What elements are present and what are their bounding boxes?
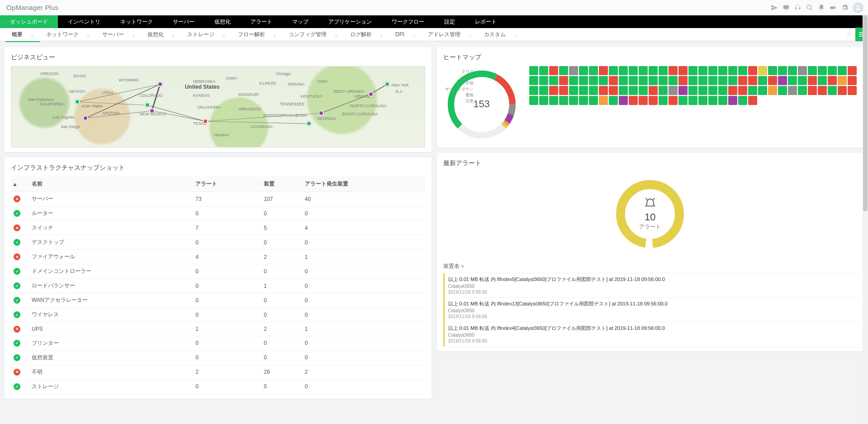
heatmap-cell[interactable]: [788, 76, 797, 85]
gear-icon[interactable]: [839, 0, 851, 15]
table-row[interactable]: ✕スイッチ754: [11, 221, 425, 235]
map-node[interactable]: [149, 108, 155, 114]
table-row[interactable]: ✓プリンター000: [11, 336, 425, 350]
monitor-icon[interactable]: [780, 0, 792, 15]
avatar[interactable]: [853, 2, 863, 13]
vertical-scrollbar[interactable]: [863, 15, 868, 404]
table-row[interactable]: ✓ドメインコントローラー000: [11, 264, 425, 279]
table-row[interactable]: ✓ストレージ000: [11, 379, 425, 394]
col-devices[interactable]: 装置: [261, 176, 302, 192]
heatmap-cell[interactable]: [728, 96, 737, 105]
subnav-item[interactable]: 仮想化⌵: [141, 28, 181, 41]
heatmap-cell[interactable]: [619, 76, 628, 85]
mainnav-item[interactable]: インベントリ: [58, 15, 110, 28]
heatmap-cell[interactable]: [818, 76, 827, 85]
heatmap-cell[interactable]: [599, 86, 608, 95]
support-icon[interactable]: [792, 0, 804, 15]
mainnav-item[interactable]: レポート: [465, 15, 507, 28]
heatmap-cell[interactable]: [659, 96, 668, 105]
heatmap-cell[interactable]: [768, 66, 777, 75]
heatmap-cell[interactable]: [788, 86, 797, 95]
whatsnew-icon[interactable]: [768, 0, 780, 15]
heatmap-cell[interactable]: [569, 76, 578, 85]
heatmap-cell[interactable]: [718, 66, 727, 75]
subnav-item[interactable]: ストレージ⌵: [181, 28, 232, 41]
heatmap-cell[interactable]: [748, 86, 757, 95]
heatmap-cell[interactable]: [738, 96, 747, 105]
heatmap-cell[interactable]: [728, 86, 737, 95]
heatmap-cell[interactable]: [798, 76, 807, 85]
heatmap-cell[interactable]: [599, 66, 608, 75]
table-row[interactable]: ✓仮想装置000: [11, 350, 425, 365]
heatmap-cell[interactable]: [579, 66, 588, 75]
heatmap-cell[interactable]: [748, 76, 757, 85]
heatmap-cell[interactable]: [539, 66, 548, 75]
heatmap-cell[interactable]: [589, 76, 598, 85]
heatmap-cell[interactable]: [659, 86, 668, 95]
mainnav-item[interactable]: 仮想化: [204, 15, 241, 28]
heatmap-cell[interactable]: [678, 76, 688, 85]
table-row[interactable]: ✓ロードバランサー010: [11, 279, 425, 293]
heatmap-cell[interactable]: [629, 66, 638, 75]
heatmap-cell[interactable]: [768, 76, 777, 85]
heatmap-cell[interactable]: [609, 86, 618, 95]
heatmap-cell[interactable]: [798, 86, 807, 95]
heatmap-cell[interactable]: [738, 66, 747, 75]
heatmap-cell[interactable]: [619, 86, 628, 95]
heatmap-cell[interactable]: [579, 86, 588, 95]
heatmap-cell[interactable]: [688, 86, 697, 95]
heatmap-cell[interactable]: [639, 96, 648, 105]
heatmap-cell[interactable]: [708, 96, 717, 105]
heatmap-cell[interactable]: [549, 86, 558, 95]
heatmap-cell[interactable]: [708, 76, 717, 85]
heatmap-cell[interactable]: [669, 86, 678, 95]
heatmap-gauge[interactable]: クリア重大不明サービスダウン重病注意 153: [443, 66, 520, 143]
heatmap-cell[interactable]: [569, 66, 578, 75]
heatmap-cell[interactable]: [549, 66, 558, 75]
heatmap-cell[interactable]: [669, 96, 678, 105]
heatmap-cell[interactable]: [549, 76, 558, 85]
heatmap-cell[interactable]: [609, 66, 618, 75]
heatmap-cell[interactable]: [589, 66, 598, 75]
heatmap-cell[interactable]: [738, 76, 747, 85]
heatmap-cell[interactable]: [738, 86, 747, 95]
heatmap-cell[interactable]: [848, 66, 857, 75]
heatmap-cell[interactable]: [758, 66, 767, 75]
heatmap-cell[interactable]: [678, 66, 688, 75]
heatmap-cell[interactable]: [748, 96, 757, 105]
mainnav-item[interactable]: 設定: [434, 15, 465, 28]
alert-list-header[interactable]: 装置名▾: [443, 260, 858, 273]
heatmap-cell[interactable]: [838, 76, 847, 85]
mainnav-item[interactable]: アラート: [241, 15, 282, 28]
heatmap-cell[interactable]: [649, 66, 658, 75]
heatmap-cell[interactable]: [559, 86, 568, 95]
heatmap-cell[interactable]: [639, 86, 648, 95]
heatmap-cell[interactable]: [718, 96, 727, 105]
heatmap-cell[interactable]: [609, 96, 618, 105]
table-row[interactable]: ✓デスクトップ000: [11, 235, 425, 250]
heatmap-cell[interactable]: [818, 66, 827, 75]
heatmap-cell[interactable]: [529, 96, 538, 105]
heatmap-cell[interactable]: [748, 66, 757, 75]
col-status[interactable]: ▴: [11, 176, 29, 192]
heatmap-cell[interactable]: [559, 66, 568, 75]
heatmap-cell[interactable]: [788, 66, 797, 75]
heatmap-cell[interactable]: [669, 76, 678, 85]
heatmap-cell[interactable]: [808, 66, 817, 75]
heatmap-cell[interactable]: [828, 66, 837, 75]
heatmap-cell[interactable]: [649, 76, 658, 85]
heatmap-cell[interactable]: [599, 76, 608, 85]
subnav-item[interactable]: アドレス管理⌵: [422, 28, 478, 41]
heatmap-cell[interactable]: [698, 96, 707, 105]
subnav-item[interactable]: ネットワーク⌵: [40, 28, 96, 41]
heatmap-cell[interactable]: [808, 76, 817, 85]
heatmap-cell[interactable]: [629, 76, 638, 85]
heatmap-cell[interactable]: [649, 96, 658, 105]
heatmap-cell[interactable]: [758, 76, 767, 85]
heatmap-cell[interactable]: [559, 96, 568, 105]
table-row[interactable]: ✕UPS121: [11, 322, 425, 336]
table-row[interactable]: ✓WANアクセラレーター000: [11, 293, 425, 308]
heatmap-cell[interactable]: [688, 76, 697, 85]
subnav-item[interactable]: 概要⌵: [5, 28, 40, 41]
heatmap-cell[interactable]: [778, 86, 787, 95]
